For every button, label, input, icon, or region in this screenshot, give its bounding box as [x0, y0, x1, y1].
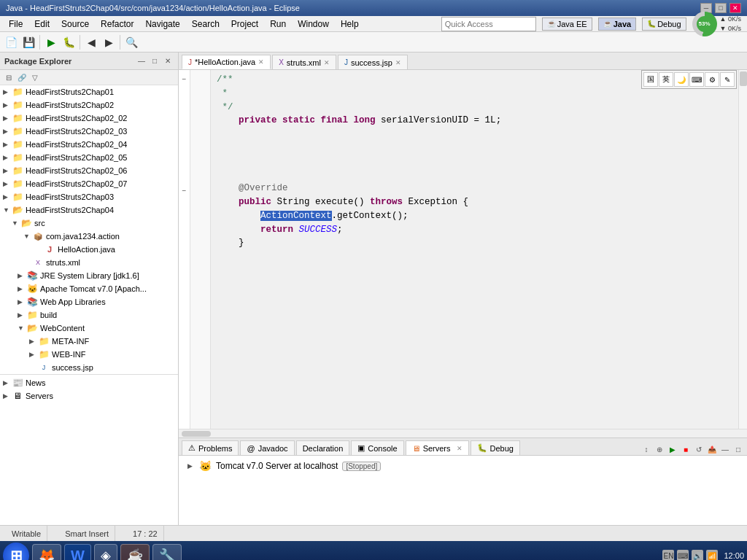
menu-search[interactable]: Search — [186, 18, 225, 31]
quick-access-input[interactable] — [441, 17, 536, 31]
bottom-minimize-btn[interactable]: — — [719, 443, 731, 455]
tab-struts-xml-close[interactable]: ✕ — [324, 59, 330, 66]
ime-btn-6[interactable]: ✎ — [720, 72, 735, 87]
tab-javadoc[interactable]: @ Javadoc — [240, 440, 294, 455]
tab-struts-xml[interactable]: X struts.xml ✕ — [272, 55, 336, 69]
news-item[interactable]: ▶ 📰 News — [0, 376, 178, 389]
project-chap04[interactable]: ▼ 📂 HeadFirstStruts2Chap04 — [0, 203, 178, 217]
tab-declaration[interactable]: Declaration — [296, 440, 350, 455]
collapse-marker-1[interactable]: − — [182, 73, 187, 86]
back-button[interactable]: ◀ — [83, 34, 99, 50]
tab-hello-action-close[interactable]: ✕ — [258, 58, 264, 66]
code-content[interactable]: /** * */ private static final long seria… — [211, 70, 738, 429]
tray-volume[interactable]: 🔊 — [692, 550, 703, 560]
menu-help[interactable]: Help — [335, 18, 365, 31]
servers-tab-close[interactable]: ✕ — [457, 445, 462, 452]
javadoc-label: Javadoc — [258, 444, 288, 453]
ime-btn-5[interactable]: ⚙ — [705, 72, 719, 87]
menu-navigate[interactable]: Navigate — [139, 18, 185, 31]
project-chap02[interactable]: ▶ 📁 HeadFirstStruts2Chap02 — [0, 98, 178, 112]
meta-inf-folder[interactable]: ▶ 📁 META-INF — [0, 335, 178, 348]
bottom-content: ▶ 🐱 Tomcat v7.0 Server at localhost [Sto… — [179, 456, 747, 525]
ime-btn-3[interactable]: 🌙 — [674, 72, 689, 87]
project-chap03[interactable]: ▶ 📁 HeadFirstStruts2Chap03 — [0, 190, 178, 203]
jre-library[interactable]: ▶ 📚 JRE System Library [jdk1.6] — [0, 269, 178, 282]
debug-button[interactable]: 🐛 — [61, 34, 77, 50]
tray-keyboard[interactable]: EN — [662, 550, 674, 560]
web-inf-folder[interactable]: ▶ 📁 WEB-INF — [0, 348, 178, 361]
sidebar-menu-btn[interactable]: ▽ — [29, 71, 41, 83]
tray-ime[interactable]: ⌨ — [677, 550, 689, 560]
taskbar-java[interactable]: ☕ — [120, 544, 150, 560]
sidebar-maximize-btn[interactable]: □ — [149, 55, 160, 67]
package-node[interactable]: ▼ 📦 com.java1234.action — [0, 230, 178, 243]
project-chap02-06[interactable]: ▶ 📁 HeadFirstStruts2Chap02_06 — [0, 164, 178, 177]
menu-window[interactable]: Window — [292, 18, 335, 31]
server-expand-icon[interactable]: ▶ — [187, 462, 195, 470]
menu-edit[interactable]: Edit — [28, 18, 55, 31]
java-ee-perspective[interactable]: ☕ Java EE — [542, 18, 592, 31]
java-perspective[interactable]: ☕ Java — [598, 18, 636, 31]
ime-btn-2[interactable]: 英 — [659, 72, 673, 87]
menu-refactor[interactable]: Refactor — [95, 18, 139, 31]
collapse-marker-2[interactable]: − — [182, 184, 187, 198]
menu-project[interactable]: Project — [225, 18, 264, 31]
servers-item[interactable]: ▶ 🖥 Servers — [0, 389, 178, 402]
forward-button[interactable]: ▶ — [101, 34, 117, 50]
struts-xml-sidebar[interactable]: X struts.xml — [0, 256, 178, 269]
project-chap01[interactable]: ▶ 📁 HeadFirstStruts2Chap01 — [0, 85, 178, 98]
bottom-maximize-btn[interactable]: □ — [732, 443, 744, 455]
server-status-badge: [Stopped] — [342, 462, 381, 471]
bottom-run-server-btn[interactable]: ▶ — [667, 443, 678, 455]
tab-success-jsp[interactable]: J success.jsp ✕ — [338, 55, 408, 69]
sidebar-close-btn[interactable]: ✕ — [162, 55, 174, 67]
tray-network[interactable]: 📶 — [706, 550, 718, 560]
new-button[interactable]: 📄 — [3, 34, 19, 50]
ime-btn-4[interactable]: ⌨ — [689, 72, 704, 87]
success-jsp-file[interactable]: J success.jsp — [0, 361, 178, 374]
project-chap02-07[interactable]: ▶ 📁 HeadFirstStruts2Chap02_07 — [0, 177, 178, 190]
start-button[interactable]: ⊞ — [3, 542, 29, 560]
build-folder[interactable]: ▶ 📁 build — [0, 308, 178, 322]
bottom-new-server-btn[interactable]: ⊕ — [654, 443, 665, 455]
webapp-libraries[interactable]: ▶ 📚 Web App Libraries — [0, 295, 178, 308]
taskbar-word[interactable]: W — [64, 544, 91, 560]
editor-hscroll[interactable] — [179, 429, 747, 438]
sidebar-minimize-btn[interactable]: — — [136, 55, 147, 67]
project-chap02-04[interactable]: ▶ 📁 HeadFirstStruts2Chap02_04 — [0, 138, 178, 151]
menu-run[interactable]: Run — [264, 18, 292, 31]
run-button[interactable]: ▶ — [43, 34, 59, 50]
src-node[interactable]: ▼ 📂 src — [0, 217, 178, 230]
ime-btn-1[interactable]: 国 — [643, 72, 658, 87]
server-row[interactable]: ▶ 🐱 Tomcat v7.0 Server at localhost [Sto… — [185, 459, 741, 473]
taskbar-app2[interactable]: ◈ — [94, 544, 117, 560]
hello-action-java[interactable]: J HelloAction.java — [0, 243, 178, 256]
webcontent-folder[interactable]: ▼ 📂 WebContent — [0, 322, 178, 335]
bottom-publish-btn[interactable]: 📤 — [706, 443, 718, 455]
bottom-reload-btn[interactable]: ↺ — [693, 443, 705, 455]
menu-source[interactable]: Source — [55, 18, 95, 31]
meta-inf-label: META-INF — [52, 337, 89, 346]
search-button[interactable]: 🔍 — [123, 34, 139, 50]
bottom-stop-server-btn[interactable]: ■ — [680, 443, 692, 455]
tab-success-jsp-close[interactable]: ✕ — [395, 59, 401, 66]
bottom-expand-btn[interactable]: ↕ — [640, 443, 652, 455]
project-chap02-02[interactable]: ▶ 📁 HeadFirstStruts2Chap02_02 — [0, 112, 178, 125]
project-chap02-03[interactable]: ▶ 📁 HeadFirstStruts2Chap02_03 — [0, 125, 178, 138]
editor-scrollbar[interactable] — [738, 70, 747, 429]
tomcat-library[interactable]: ▶ 🐱 Apache Tomcat v7.0 [Apach... — [0, 282, 178, 295]
tab-servers[interactable]: 🖥 Servers ✕ — [406, 440, 469, 455]
tab-console[interactable]: ▣ Console — [351, 440, 403, 455]
taskbar-tool[interactable]: 🔧 — [152, 544, 182, 560]
project-chap02-05[interactable]: ▶ 📁 HeadFirstStruts2Chap02_05 — [0, 151, 178, 164]
hscroll-thumb[interactable] — [182, 431, 211, 437]
debug-perspective[interactable]: 🐛 Debug — [642, 18, 686, 31]
tab-hello-action[interactable]: J *HelloAction.java ✕ — [182, 55, 271, 69]
tab-problems[interactable]: ⚠ Problems — [182, 440, 239, 455]
save-button[interactable]: 💾 — [20, 34, 36, 50]
taskbar-firefox[interactable]: 🦊 — [32, 544, 61, 560]
tab-debug[interactable]: 🐛 Debug — [471, 440, 520, 455]
collapse-all-btn[interactable]: ⊟ — [3, 71, 15, 83]
link-editor-btn[interactable]: 🔗 — [16, 71, 28, 83]
menu-file[interactable]: File — [3, 18, 28, 31]
